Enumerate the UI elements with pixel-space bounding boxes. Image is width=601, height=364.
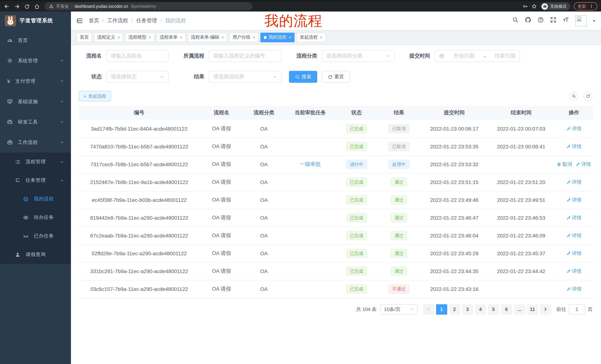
cell-submit-time: 2022-01-22 23:45:29 bbox=[421, 245, 488, 262]
sidebar-item-system[interactable]: 系统管理 bbox=[0, 50, 71, 71]
breadcrumb-item[interactable]: 任务管理 bbox=[136, 18, 165, 24]
detail-link[interactable]: 详情 bbox=[566, 268, 581, 275]
browser-home-button[interactable] bbox=[32, 2, 42, 11]
close-icon[interactable]: × bbox=[117, 35, 120, 40]
detail-link[interactable]: 详情 bbox=[566, 250, 581, 257]
next-page-button[interactable] bbox=[540, 304, 551, 315]
bookmark-star-icon[interactable] bbox=[531, 4, 537, 9]
close-icon[interactable]: × bbox=[289, 35, 291, 40]
sidebar-item-label: 基础设施 bbox=[18, 98, 38, 105]
header-github-icon[interactable] bbox=[525, 17, 531, 25]
detail-link[interactable]: 详情 bbox=[566, 232, 581, 239]
header-font-size-icon[interactable] bbox=[563, 17, 569, 25]
browser-menu-icon[interactable]: ⋮ bbox=[589, 4, 594, 9]
search-button[interactable]: 搜索 bbox=[289, 71, 317, 83]
browser-back-button[interactable] bbox=[2, 2, 11, 11]
tab-process-model[interactable]: 流程模型× bbox=[125, 32, 155, 42]
tab-process-definition[interactable]: 流程定义× bbox=[94, 32, 123, 42]
action-label: 详情 bbox=[581, 161, 591, 168]
page-4[interactable]: 4 bbox=[475, 304, 486, 315]
avatar[interactable] bbox=[576, 15, 587, 26]
start-process-button[interactable]: + 发起流程 bbox=[79, 91, 111, 101]
cell-category: OA bbox=[243, 245, 285, 262]
topbar: 首页 工作流程 任务管理 我的流程 ▾ bbox=[71, 11, 601, 30]
page-1[interactable]: 1 bbox=[436, 304, 447, 315]
result-select[interactable]: 请选择流结果 bbox=[209, 71, 281, 83]
tab-process-form[interactable]: 流程表单× bbox=[156, 32, 186, 42]
browser-reload-button[interactable] bbox=[22, 2, 31, 11]
submit-time-daterange[interactable]: 开始日期-结束日期 bbox=[435, 50, 520, 62]
status-select[interactable]: 请选择状态 bbox=[106, 71, 169, 83]
sidebar-item-workflow[interactable]: 工作流程 bbox=[0, 132, 71, 153]
show-search-button[interactable] bbox=[570, 92, 578, 101]
close-icon[interactable]: × bbox=[149, 35, 151, 40]
close-icon[interactable]: × bbox=[320, 35, 322, 40]
status-badge: 已完成 bbox=[346, 124, 367, 133]
sidebar-item-dev-tools[interactable]: 研发工具 bbox=[0, 112, 71, 132]
reset-button[interactable]: 重置 bbox=[322, 71, 350, 83]
page-2[interactable]: 2 bbox=[449, 304, 460, 315]
breadcrumb-item[interactable]: 首页 bbox=[89, 18, 107, 24]
breadcrumb-item[interactable]: 工作流程 bbox=[107, 18, 136, 24]
chevron-down-icon bbox=[410, 307, 414, 311]
app-logo-row[interactable]: 芋道管理系统 bbox=[0, 11, 71, 30]
tab-home[interactable]: 首页 bbox=[77, 32, 92, 42]
filter-process-category: 流程分类请选择流程分类 bbox=[289, 50, 394, 62]
browser-update-button[interactable]: 更新 ⋮ bbox=[574, 2, 597, 10]
browser-forward-button[interactable] bbox=[12, 2, 21, 11]
tab-user-group[interactable]: 用户分组× bbox=[229, 32, 259, 42]
detail-link[interactable]: 详情 bbox=[566, 143, 581, 150]
sidebar-item-process-mgmt[interactable]: 流程管理 bbox=[0, 153, 71, 171]
sidebar-item-infrastructure[interactable]: 基础设施 bbox=[0, 91, 71, 112]
owner-process-input[interactable]: 请输入流程定义的编号 bbox=[209, 50, 281, 62]
sidebar-item-payment[interactable]: ¥支付管理 bbox=[0, 71, 71, 91]
status-badge: 已完成 bbox=[346, 285, 367, 294]
cell-category: OA bbox=[243, 120, 285, 138]
prev-page-button[interactable] bbox=[423, 304, 434, 315]
cell-result: 通过 bbox=[377, 262, 421, 280]
sidebar-item-my-process[interactable]: 我的流程 bbox=[0, 190, 71, 208]
process-name-input[interactable]: 请输入流程名 bbox=[106, 50, 169, 62]
process-category-select[interactable]: 请选择流程分类 bbox=[322, 50, 394, 62]
key-icon[interactable] bbox=[523, 4, 528, 9]
cell-category: OA bbox=[243, 209, 285, 227]
header-search-icon[interactable] bbox=[512, 17, 519, 25]
close-icon[interactable]: × bbox=[221, 35, 224, 40]
cancel-link[interactable]: 取消 bbox=[557, 161, 572, 168]
sidebar-item-todo-tasks[interactable]: 待办任务 bbox=[0, 208, 71, 227]
tab-start-process[interactable]: 发起流程× bbox=[296, 32, 326, 42]
close-icon[interactable]: × bbox=[180, 35, 182, 40]
detail-link[interactable]: 详情 bbox=[566, 286, 581, 292]
detail-link[interactable]: 详情 bbox=[576, 161, 591, 168]
tab-my-process[interactable]: 我的流程× bbox=[260, 32, 295, 42]
chevron-down-icon[interactable]: ▾ bbox=[593, 18, 595, 23]
page-11[interactable]: 11 bbox=[527, 304, 538, 315]
address-divider bbox=[71, 4, 72, 9]
tags-view-bar: 首页流程定义×流程模型×流程表单×流程表单-编辑×用户分组×我的流程×发起流程× bbox=[71, 30, 601, 45]
page-size-select[interactable]: 10条/页 bbox=[380, 304, 418, 315]
sidebar-item-done-tasks[interactable]: 已办任务 bbox=[0, 227, 71, 245]
header-fullscreen-icon[interactable] bbox=[550, 17, 557, 25]
sidebar-item-home[interactable]: 首页 bbox=[0, 30, 71, 50]
header-question-icon[interactable] bbox=[538, 17, 544, 25]
address-bar[interactable]: 不安全 dashboard.yudao.iocoder.cn/bpm/task/… bbox=[45, 2, 253, 10]
close-icon[interactable]: × bbox=[253, 35, 255, 40]
refresh-button[interactable] bbox=[583, 92, 592, 101]
page-3[interactable]: 3 bbox=[462, 304, 473, 315]
page-ellipsis[interactable]: ... bbox=[514, 304, 525, 315]
page-jump-input[interactable]: 1 bbox=[569, 304, 585, 315]
sidebar-collapse-button[interactable] bbox=[71, 18, 89, 24]
sidebar-item-task-mgmt[interactable]: 任务管理 bbox=[0, 171, 71, 190]
chevron-up-icon bbox=[60, 140, 64, 144]
detail-link[interactable]: 详情 bbox=[566, 197, 581, 203]
tab-process-form-edit[interactable]: 流程表单-编辑× bbox=[188, 32, 227, 42]
detail-link[interactable]: 详情 bbox=[566, 125, 581, 132]
detail-link[interactable]: 详情 bbox=[566, 179, 581, 185]
cell-result: 不通过 bbox=[377, 280, 421, 298]
cell-id: 3ad174fb-7b9d-11ec-8404-acde48001122 bbox=[79, 120, 200, 138]
sidebar-item-leave-query[interactable]: 请假查询 bbox=[0, 245, 71, 264]
page-6[interactable]: 6 bbox=[501, 304, 512, 315]
page-5[interactable]: 5 bbox=[488, 304, 499, 315]
current-task-link[interactable]: 一级审批 bbox=[300, 161, 321, 167]
detail-link[interactable]: 详情 bbox=[566, 214, 581, 221]
